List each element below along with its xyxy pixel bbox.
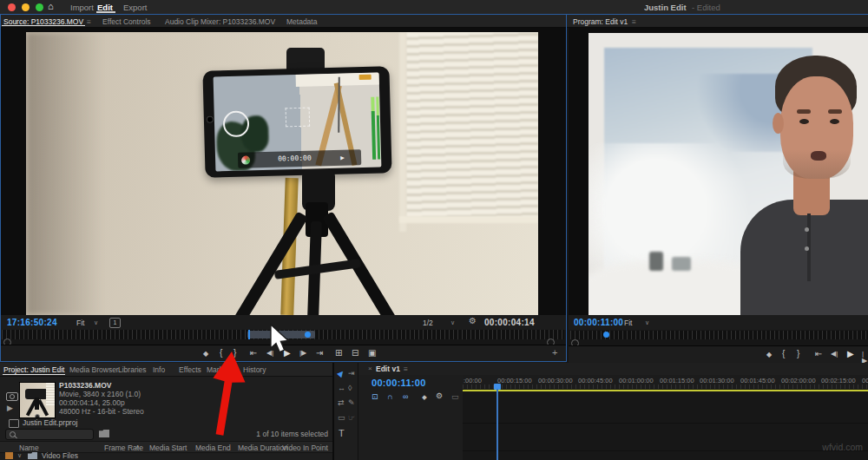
nav-tab-edit-underline [96,11,115,13]
phone: 00:00:00 ▶ [202,66,391,178]
export-frame-icon[interactable]: ▣ [368,349,376,358]
macos-close-button[interactable] [8,3,16,11]
insert-icon[interactable]: ⊞ [335,349,342,358]
source-mini-timeline[interactable] [2,330,564,339]
overwrite-icon[interactable]: ⊟ [352,349,358,358]
step-back-icon[interactable]: ◀| [266,350,273,357]
tab-audio-clip-mixer[interactable]: Audio Clip Mixer: P1033236.MOV [165,17,275,26]
timeline-ruler[interactable]: :00:00 00:00:15:00 00:00:30:00 00:00:45:… [463,375,868,389]
playback-resolution-select[interactable]: 1/2 [423,319,433,327]
project-file-name[interactable]: Justin Edit.prproj [23,418,77,427]
project-panel-menu-icon[interactable]: ≡ [57,365,62,374]
chevron-down-icon[interactable]: ∨ [94,319,98,325]
source-monitor[interactable]: 00:00:00 ▶ [0,28,566,315]
project-file-icon [9,419,19,428]
bin-name[interactable]: Video Files [42,451,78,460]
program-zoom-select[interactable]: Fit [624,319,632,327]
macos-zoom-button[interactable] [36,3,43,11]
go-to-in-icon[interactable]: ⇤ [250,349,257,358]
window-sill [399,216,538,223]
type-tool[interactable]: T [339,428,345,438]
tab-sequence-edit-v1[interactable]: Edit v1 [376,365,400,373]
selection-tool[interactable]: ▶ [335,368,345,378]
tab-effects[interactable]: Effects [179,365,201,374]
program-mini-timeline[interactable] [570,331,868,339]
sequence-menu-icon[interactable]: ≡ [404,365,408,373]
track-select-tool[interactable]: ⇥ [348,369,355,378]
man-stubble [783,137,851,179]
label-color-chip[interactable] [5,452,13,459]
hanging-cord [338,77,340,133]
close-tab-icon[interactable]: × [368,365,372,372]
man-brow-right [828,109,842,114]
step-forward-icon[interactable]: |▶ [299,350,306,357]
linked-selection-icon[interactable]: ∞ [403,392,408,401]
add-marker-icon[interactable]: ◆ [203,351,208,358]
tools-panel: ▶ ⇥ ↔ ◊ ⇄ ✎ ▭ ☞ T [334,363,358,460]
mark-out-icon[interactable]: } [233,349,236,358]
macos-minimize-button[interactable] [22,3,30,11]
tab-project[interactable]: Project: Justin Edit [3,365,64,374]
new-bin-folder-icon[interactable] [99,430,109,437]
nav-tab-export[interactable]: Export [123,3,147,12]
source-zoom-select[interactable]: Fit [76,319,84,327]
tab-media-browser[interactable]: Media Browser [69,365,119,374]
captions-icon[interactable]: ▭ [451,392,459,401]
tab-effect-controls[interactable]: Effect Controls [102,17,151,26]
source-timecode[interactable]: 17:16:50:24 [7,318,57,327]
source-badge-button[interactable]: 1 [109,318,121,328]
man-torso [740,200,868,315]
clip-audio: 48000 Hz - 16-bit - Stereo [59,407,144,416]
program-playhead[interactable] [603,332,609,338]
expand-chevron-icon[interactable]: ∨ [17,452,22,459]
source-playhead[interactable] [305,332,311,338]
settings-wrench-icon[interactable]: ⚙ [469,317,477,325]
tab-markers[interactable]: Markers [207,365,233,374]
nest-toggle-icon[interactable]: ⊡ [372,392,378,401]
ruler-tick-label: 00:00:15:00 [497,377,532,384]
mark-in-icon[interactable]: { [782,350,785,358]
play-icon[interactable]: ▶ [847,350,854,358]
timeline-settings-wrench-icon[interactable]: ⚙ [436,391,443,400]
tab-metadata[interactable]: Metadata [286,17,317,26]
go-to-in-icon[interactable]: ⇤ [815,350,822,358]
mark-out-icon[interactable]: } [797,350,799,358]
slip-tool[interactable]: ⇄ [338,398,345,407]
source-duration: 00:00:04:14 [484,318,535,327]
chevron-down-icon[interactable]: ∨ [645,319,649,325]
mark-in-icon[interactable]: { [220,349,222,358]
step-back-icon[interactable]: ◀| [831,351,838,358]
preview-play-icon[interactable]: ▶ [7,404,13,412]
phone-timecode: 00:00:00 [278,154,312,163]
play-icon[interactable]: ▶ [284,349,291,358]
program-monitor[interactable] [569,28,868,315]
clip-thumbnail[interactable] [19,382,56,418]
search-input[interactable] [5,429,94,440]
razor-tool[interactable]: ◊ [348,384,352,392]
button-editor-plus-icon[interactable]: + [552,348,557,358]
pen-tool[interactable]: ✎ [348,398,355,407]
ruler-ticks [463,384,868,389]
hand-tool[interactable]: ☞ [348,413,355,422]
timeline-timecode[interactable]: 00:00:11:00 [372,378,426,388]
go-to-out-icon[interactable]: ⇥ [316,349,323,358]
source-panel-menu-icon[interactable]: ≡ [87,17,91,26]
ripple-edit-tool[interactable]: ↔ [338,384,345,392]
tab-program-monitor[interactable]: Program: Edit v1 [573,17,628,26]
man-eye-right [830,119,839,124]
rectangle-tool[interactable]: ▭ [338,413,345,422]
app-titlebar: ⌂ Import Edit Export Justin Edit - Edite… [0,0,868,14]
program-timecode[interactable]: 00:00:11:00 [574,318,623,327]
snap-magnet-icon[interactable]: ∩ [387,392,392,401]
wall-shadow [26,32,104,315]
timeline-marker-icon[interactable]: ◆ [422,393,427,401]
tab-history[interactable]: History [243,365,266,374]
home-icon[interactable]: ⌂ [48,2,54,11]
chevron-down-icon[interactable]: ∨ [450,319,455,325]
program-panel-menu-icon[interactable]: ≡ [632,17,636,26]
table-row[interactable]: ∨ Video Files [0,451,332,460]
add-marker-icon[interactable]: ◆ [766,352,772,358]
nav-tab-import[interactable]: Import [70,3,94,12]
tab-info[interactable]: Info [153,365,165,374]
tab-libraries[interactable]: Libraries [118,365,147,374]
